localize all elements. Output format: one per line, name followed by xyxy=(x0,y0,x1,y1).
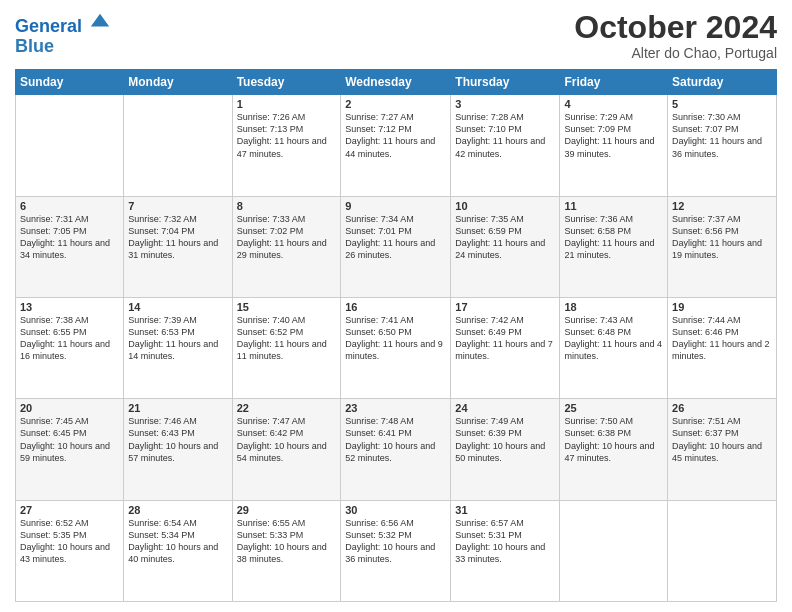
day-number: 3 xyxy=(455,98,555,110)
logo-icon xyxy=(89,10,111,32)
day-info: Sunrise: 7:47 AM Sunset: 6:42 PM Dayligh… xyxy=(237,415,337,464)
day-number: 19 xyxy=(672,301,772,313)
calendar-cell: 9Sunrise: 7:34 AM Sunset: 7:01 PM Daylig… xyxy=(341,196,451,297)
day-number: 15 xyxy=(237,301,337,313)
title-block: October 2024 Alter do Chao, Portugal xyxy=(574,10,777,61)
calendar-cell: 6Sunrise: 7:31 AM Sunset: 7:05 PM Daylig… xyxy=(16,196,124,297)
day-info: Sunrise: 7:44 AM Sunset: 6:46 PM Dayligh… xyxy=(672,314,772,363)
svg-marker-0 xyxy=(91,14,109,27)
day-info: Sunrise: 7:33 AM Sunset: 7:02 PM Dayligh… xyxy=(237,213,337,262)
logo-text: General Blue xyxy=(15,14,111,57)
calendar-cell: 26Sunrise: 7:51 AM Sunset: 6:37 PM Dayli… xyxy=(668,399,777,500)
col-thursday: Thursday xyxy=(451,70,560,95)
day-number: 24 xyxy=(455,402,555,414)
day-number: 14 xyxy=(128,301,227,313)
col-tuesday: Tuesday xyxy=(232,70,341,95)
day-info: Sunrise: 6:56 AM Sunset: 5:32 PM Dayligh… xyxy=(345,517,446,566)
day-info: Sunrise: 7:30 AM Sunset: 7:07 PM Dayligh… xyxy=(672,111,772,160)
day-number: 4 xyxy=(564,98,663,110)
day-info: Sunrise: 7:36 AM Sunset: 6:58 PM Dayligh… xyxy=(564,213,663,262)
calendar-cell: 1Sunrise: 7:26 AM Sunset: 7:13 PM Daylig… xyxy=(232,95,341,196)
calendar-cell: 3Sunrise: 7:28 AM Sunset: 7:10 PM Daylig… xyxy=(451,95,560,196)
calendar-cell xyxy=(16,95,124,196)
day-number: 25 xyxy=(564,402,663,414)
calendar-cell: 17Sunrise: 7:42 AM Sunset: 6:49 PM Dayli… xyxy=(451,297,560,398)
day-info: Sunrise: 7:43 AM Sunset: 6:48 PM Dayligh… xyxy=(564,314,663,363)
calendar-cell: 19Sunrise: 7:44 AM Sunset: 6:46 PM Dayli… xyxy=(668,297,777,398)
calendar-cell: 22Sunrise: 7:47 AM Sunset: 6:42 PM Dayli… xyxy=(232,399,341,500)
day-number: 6 xyxy=(20,200,119,212)
calendar-week-1: 1Sunrise: 7:26 AM Sunset: 7:13 PM Daylig… xyxy=(16,95,777,196)
day-number: 9 xyxy=(345,200,446,212)
day-number: 31 xyxy=(455,504,555,516)
calendar-cell: 13Sunrise: 7:38 AM Sunset: 6:55 PM Dayli… xyxy=(16,297,124,398)
calendar-cell: 30Sunrise: 6:56 AM Sunset: 5:32 PM Dayli… xyxy=(341,500,451,601)
calendar-cell xyxy=(124,95,232,196)
page-subtitle: Alter do Chao, Portugal xyxy=(574,45,777,61)
day-number: 8 xyxy=(237,200,337,212)
logo: General Blue xyxy=(15,14,111,57)
day-number: 28 xyxy=(128,504,227,516)
calendar-week-5: 27Sunrise: 6:52 AM Sunset: 5:35 PM Dayli… xyxy=(16,500,777,601)
day-info: Sunrise: 6:54 AM Sunset: 5:34 PM Dayligh… xyxy=(128,517,227,566)
day-number: 10 xyxy=(455,200,555,212)
calendar-table: Sunday Monday Tuesday Wednesday Thursday… xyxy=(15,69,777,602)
calendar-cell: 16Sunrise: 7:41 AM Sunset: 6:50 PM Dayli… xyxy=(341,297,451,398)
calendar-cell: 2Sunrise: 7:27 AM Sunset: 7:12 PM Daylig… xyxy=(341,95,451,196)
day-number: 7 xyxy=(128,200,227,212)
calendar-cell: 5Sunrise: 7:30 AM Sunset: 7:07 PM Daylig… xyxy=(668,95,777,196)
calendar-week-4: 20Sunrise: 7:45 AM Sunset: 6:45 PM Dayli… xyxy=(16,399,777,500)
calendar-cell: 20Sunrise: 7:45 AM Sunset: 6:45 PM Dayli… xyxy=(16,399,124,500)
day-info: Sunrise: 7:42 AM Sunset: 6:49 PM Dayligh… xyxy=(455,314,555,363)
day-number: 5 xyxy=(672,98,772,110)
day-number: 16 xyxy=(345,301,446,313)
calendar-week-2: 6Sunrise: 7:31 AM Sunset: 7:05 PM Daylig… xyxy=(16,196,777,297)
calendar-cell: 23Sunrise: 7:48 AM Sunset: 6:41 PM Dayli… xyxy=(341,399,451,500)
day-info: Sunrise: 7:45 AM Sunset: 6:45 PM Dayligh… xyxy=(20,415,119,464)
day-info: Sunrise: 7:41 AM Sunset: 6:50 PM Dayligh… xyxy=(345,314,446,363)
calendar-cell: 29Sunrise: 6:55 AM Sunset: 5:33 PM Dayli… xyxy=(232,500,341,601)
calendar-cell xyxy=(560,500,668,601)
calendar-cell: 11Sunrise: 7:36 AM Sunset: 6:58 PM Dayli… xyxy=(560,196,668,297)
day-info: Sunrise: 7:34 AM Sunset: 7:01 PM Dayligh… xyxy=(345,213,446,262)
day-number: 23 xyxy=(345,402,446,414)
calendar-cell: 8Sunrise: 7:33 AM Sunset: 7:02 PM Daylig… xyxy=(232,196,341,297)
day-number: 12 xyxy=(672,200,772,212)
calendar-cell xyxy=(668,500,777,601)
day-info: Sunrise: 7:32 AM Sunset: 7:04 PM Dayligh… xyxy=(128,213,227,262)
day-info: Sunrise: 6:57 AM Sunset: 5:31 PM Dayligh… xyxy=(455,517,555,566)
day-info: Sunrise: 7:40 AM Sunset: 6:52 PM Dayligh… xyxy=(237,314,337,363)
day-number: 1 xyxy=(237,98,337,110)
calendar-cell: 12Sunrise: 7:37 AM Sunset: 6:56 PM Dayli… xyxy=(668,196,777,297)
logo-line1: General xyxy=(15,16,82,36)
calendar-cell: 25Sunrise: 7:50 AM Sunset: 6:38 PM Dayli… xyxy=(560,399,668,500)
day-info: Sunrise: 7:39 AM Sunset: 6:53 PM Dayligh… xyxy=(128,314,227,363)
calendar-cell: 10Sunrise: 7:35 AM Sunset: 6:59 PM Dayli… xyxy=(451,196,560,297)
calendar-cell: 14Sunrise: 7:39 AM Sunset: 6:53 PM Dayli… xyxy=(124,297,232,398)
calendar-cell: 15Sunrise: 7:40 AM Sunset: 6:52 PM Dayli… xyxy=(232,297,341,398)
calendar-cell: 7Sunrise: 7:32 AM Sunset: 7:04 PM Daylig… xyxy=(124,196,232,297)
calendar-header-row: Sunday Monday Tuesday Wednesday Thursday… xyxy=(16,70,777,95)
day-number: 26 xyxy=(672,402,772,414)
col-saturday: Saturday xyxy=(668,70,777,95)
day-number: 17 xyxy=(455,301,555,313)
calendar-cell: 28Sunrise: 6:54 AM Sunset: 5:34 PM Dayli… xyxy=(124,500,232,601)
day-info: Sunrise: 7:29 AM Sunset: 7:09 PM Dayligh… xyxy=(564,111,663,160)
day-number: 22 xyxy=(237,402,337,414)
day-info: Sunrise: 7:50 AM Sunset: 6:38 PM Dayligh… xyxy=(564,415,663,464)
logo-line2: Blue xyxy=(15,36,54,56)
day-info: Sunrise: 7:31 AM Sunset: 7:05 PM Dayligh… xyxy=(20,213,119,262)
day-info: Sunrise: 7:28 AM Sunset: 7:10 PM Dayligh… xyxy=(455,111,555,160)
day-info: Sunrise: 7:37 AM Sunset: 6:56 PM Dayligh… xyxy=(672,213,772,262)
calendar-week-3: 13Sunrise: 7:38 AM Sunset: 6:55 PM Dayli… xyxy=(16,297,777,398)
day-number: 27 xyxy=(20,504,119,516)
calendar-cell: 4Sunrise: 7:29 AM Sunset: 7:09 PM Daylig… xyxy=(560,95,668,196)
day-info: Sunrise: 6:52 AM Sunset: 5:35 PM Dayligh… xyxy=(20,517,119,566)
day-info: Sunrise: 7:46 AM Sunset: 6:43 PM Dayligh… xyxy=(128,415,227,464)
calendar-cell: 24Sunrise: 7:49 AM Sunset: 6:39 PM Dayli… xyxy=(451,399,560,500)
day-number: 20 xyxy=(20,402,119,414)
day-info: Sunrise: 7:35 AM Sunset: 6:59 PM Dayligh… xyxy=(455,213,555,262)
day-info: Sunrise: 7:49 AM Sunset: 6:39 PM Dayligh… xyxy=(455,415,555,464)
col-wednesday: Wednesday xyxy=(341,70,451,95)
day-info: Sunrise: 7:51 AM Sunset: 6:37 PM Dayligh… xyxy=(672,415,772,464)
